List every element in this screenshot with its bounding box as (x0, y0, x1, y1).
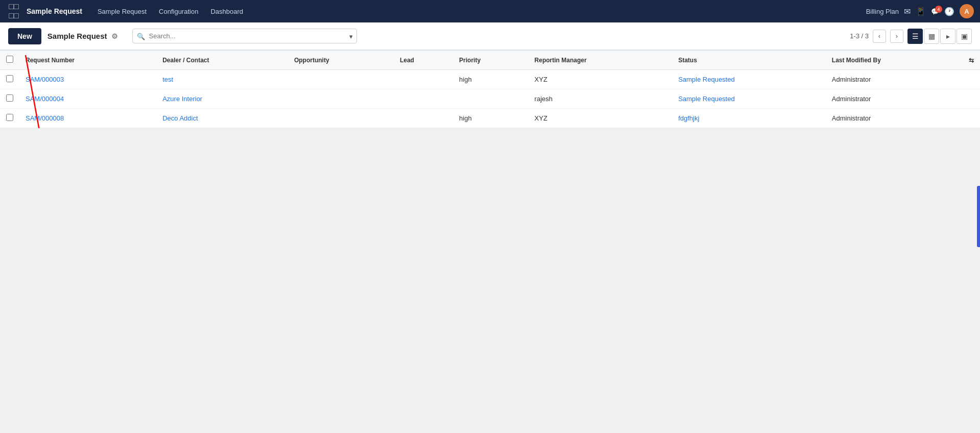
row-checkbox-cell[interactable] (0, 70, 19, 89)
page-title: Sample Request (47, 32, 107, 40)
row-opportunity (288, 70, 394, 89)
row-reporting-manager: rajesh (529, 89, 673, 109)
settings-gear-icon[interactable]: ⚙ (111, 32, 118, 40)
row-checkbox-1[interactable] (6, 94, 13, 102)
search-icon: 🔍 (137, 32, 145, 40)
row-priority (453, 89, 528, 109)
avatar[interactable]: A (960, 4, 974, 18)
row-dealer-contact[interactable]: test (156, 70, 288, 89)
row-last-modified: Administrator (826, 70, 963, 89)
notification-badge: 4 (935, 6, 942, 13)
main-content: Request Number Dealer / Contact Opportun… (0, 50, 980, 128)
toolbar: New Sample Request ⚙ 🔍 ▾ 1-3 / 3 ‹ › ☰ ▦… (0, 22, 980, 50)
mail-icon[interactable]: ✉ (904, 7, 911, 16)
row-lead (394, 89, 453, 109)
col-header-lead[interactable]: Lead (394, 51, 453, 70)
col-header-status[interactable]: Status (672, 51, 826, 70)
select-all-checkbox-header[interactable] (0, 51, 19, 70)
kanban-view-button[interactable]: ▦ (924, 29, 939, 44)
chart-view-button[interactable]: ▸ (940, 29, 955, 44)
page-title-area: Sample Request ⚙ (47, 32, 118, 40)
billing-plan-label: Billing Plan (866, 8, 899, 15)
table-container: Request Number Dealer / Contact Opportun… (0, 50, 980, 128)
row-lead (394, 70, 453, 89)
search-dropdown-button[interactable]: ▾ (345, 29, 357, 43)
topnav-right: Billing Plan ✉ 📱 💬 4 🕐 A (866, 4, 974, 18)
search-container: 🔍 ▾ (132, 29, 357, 43)
view-toggle-group: ☰ ▦ ▸ ▣ (907, 29, 972, 44)
table-header: Request Number Dealer / Contact Opportun… (0, 51, 980, 70)
topnav-links: Sample Request Configuration Dashboard (92, 5, 864, 18)
clock-icon[interactable]: 🕐 (944, 7, 954, 16)
col-header-last-modified[interactable]: Last Modified By (826, 51, 963, 70)
table-row: SAM/000003 test high XYZ Sample Requeste… (0, 70, 980, 89)
next-page-button[interactable]: › (890, 30, 903, 43)
row-status[interactable]: Sample Requested (672, 89, 826, 109)
brand-title: Sample Request (27, 7, 82, 15)
row-actions (963, 109, 980, 128)
row-status[interactable]: Sample Requested (672, 70, 826, 89)
row-reporting-manager: XYZ (529, 70, 673, 89)
topnav: □□□□ Sample Request Sample Request Confi… (0, 0, 980, 22)
row-priority: high (453, 109, 528, 128)
col-header-actions[interactable]: ⇆ (963, 51, 980, 70)
col-header-request-number[interactable]: Request Number (19, 51, 156, 70)
row-request-number[interactable]: SAM/000003 (19, 70, 156, 89)
records-table: Request Number Dealer / Contact Opportun… (0, 51, 980, 128)
col-header-opportunity[interactable]: Opportunity (288, 51, 394, 70)
row-priority: high (453, 70, 528, 89)
new-button[interactable]: New (8, 28, 41, 44)
pivot-view-button[interactable]: ▣ (957, 29, 972, 44)
col-header-reporting-manager[interactable]: Reportin Manager (529, 51, 673, 70)
row-actions (963, 70, 980, 89)
row-checkbox-cell[interactable] (0, 89, 19, 109)
table-body: SAM/000003 test high XYZ Sample Requeste… (0, 70, 980, 128)
row-opportunity (288, 89, 394, 109)
pagination-info: 1-3 / 3 (850, 32, 869, 40)
select-all-checkbox[interactable] (6, 56, 13, 63)
row-last-modified: Administrator (826, 109, 963, 128)
row-last-modified: Administrator (826, 89, 963, 109)
nav-sample-request[interactable]: Sample Request (92, 5, 152, 18)
row-checkbox-0[interactable] (6, 75, 13, 82)
row-checkbox-2[interactable] (6, 114, 13, 121)
table-row: SAM/000008 Deco Addict high XYZ fdgfhjkj… (0, 109, 980, 128)
toolbar-right: 1-3 / 3 ‹ › ☰ ▦ ▸ ▣ (850, 29, 972, 44)
row-reporting-manager: XYZ (529, 109, 673, 128)
row-request-number[interactable]: SAM/000004 (19, 89, 156, 109)
nav-configuration[interactable]: Configuration (154, 5, 203, 18)
table-row: SAM/000004 Azure Interior rajesh Sample … (0, 89, 980, 109)
nav-dashboard[interactable]: Dashboard (205, 5, 248, 18)
row-lead (394, 109, 453, 128)
col-header-priority[interactable]: Priority (453, 51, 528, 70)
row-dealer-contact[interactable]: Azure Interior (156, 89, 288, 109)
grid-menu-icon[interactable]: □□□□ (6, 4, 21, 19)
row-checkbox-cell[interactable] (0, 109, 19, 128)
prev-page-button[interactable]: ‹ (873, 30, 886, 43)
search-input[interactable] (132, 29, 357, 43)
row-request-number[interactable]: SAM/000008 (19, 109, 156, 128)
row-opportunity (288, 109, 394, 128)
phone-icon[interactable]: 📱 (916, 7, 926, 16)
row-status[interactable]: fdgfhjkj (672, 109, 826, 128)
row-actions (963, 89, 980, 109)
row-dealer-contact[interactable]: Deco Addict (156, 109, 288, 128)
list-view-button[interactable]: ☰ (907, 29, 923, 44)
notification-bell[interactable]: 💬 4 (931, 8, 939, 15)
col-header-dealer-contact[interactable]: Dealer / Contact (156, 51, 288, 70)
